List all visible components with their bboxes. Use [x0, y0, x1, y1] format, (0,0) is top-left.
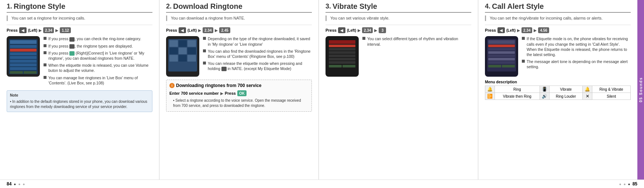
menu-icon-vibrate-ring: 📴	[485, 93, 495, 100]
dl-cell-7	[169, 55, 178, 62]
download-700-title: i Downloading ringtones from 700 service	[169, 83, 309, 88]
step-press-label-2: Press	[166, 28, 177, 32]
side-tab: 05 Sounds	[637, 0, 644, 180]
bullet-sq-1-2	[44, 51, 47, 54]
step-btn-menu-1[interactable]: 2.34	[43, 27, 54, 33]
dot-2: ●	[18, 182, 20, 186]
content-area-2: Depending on the type of the ringtone do…	[166, 36, 312, 77]
footer: 84 ● ● ● ● ● ● 85	[0, 180, 644, 188]
bullet-4-0: If the Etiquette mode is on, the phone v…	[522, 36, 631, 57]
bullet-3-0: You can select different types of rhythm…	[362, 36, 471, 46]
enter-line: Enter 700 service number ▶ Press OK	[169, 90, 309, 96]
dot-6: ●	[628, 182, 630, 186]
page-num-left: 84	[7, 181, 11, 187]
screen-btn-1a	[10, 71, 23, 74]
step-btn-sub-3[interactable]: 3	[379, 27, 386, 33]
bullet-sq-2-2	[203, 62, 206, 65]
phone-screenshot-1	[7, 36, 40, 77]
section-header-4: 4. Call Alert Style	[485, 0, 631, 13]
v-line-3	[329, 51, 355, 54]
dl-cell-9	[187, 55, 196, 62]
col-download-ringtone: 2. Download Ringtone You can download a …	[159, 0, 319, 180]
screen-line-1c	[10, 52, 37, 55]
call-line-5	[488, 58, 515, 60]
bullet-2-1: You can also find the downloaded rington…	[203, 49, 312, 59]
note-text-1: • In addition to the default ringtones s…	[10, 100, 147, 109]
page-num-right: 85	[633, 181, 637, 187]
content-area-3: You can select different types of rhythm…	[326, 36, 471, 77]
info-icon: i	[169, 83, 175, 88]
bullet-1-4: You can manage live ringtones in 'Live B…	[44, 75, 152, 86]
section-header-3: 3. Vibrate Style	[326, 0, 471, 13]
call-title	[488, 40, 515, 44]
menu-label-ring-vibrate: Ring & Vibrate	[592, 86, 631, 93]
call-bottom	[488, 65, 515, 67]
menu-icon-silent: ✕	[583, 93, 592, 100]
step-btn-nav-4[interactable]: ◀	[497, 27, 505, 33]
bullet-sq-2-1	[203, 49, 206, 52]
bullet-sq-1-3	[44, 63, 47, 66]
section-number-4: 4.	[485, 3, 490, 10]
phone-screen-3	[328, 39, 357, 74]
silent-icon: ✕	[586, 94, 589, 99]
press-btn[interactable]: OK	[237, 90, 247, 96]
menu-table: 🔔 Ring 📳 Vibrate 🔔 Ring & Vibrate 📴 Vibr…	[485, 86, 631, 100]
step-arrow-1a: ▶	[39, 28, 42, 32]
bullets-3: You can select different types of rhythm…	[362, 36, 471, 77]
step-left-label-4: (Left)	[506, 28, 516, 32]
section-number-3: 3.	[326, 3, 331, 10]
screen-header-1	[10, 40, 37, 44]
menu-description: Menu description 🔔 Ring 📳 Vibrate 🔔 Ring…	[485, 80, 631, 100]
step-arrow-2b: ▶	[215, 28, 218, 32]
bullet-1-3: When the etiquette mode is released, you…	[44, 63, 152, 73]
bullet-4-1: The message alert tone is depending on t…	[522, 59, 631, 69]
vibrate-bottom	[329, 65, 355, 67]
v-line-5	[329, 58, 355, 60]
step-btn-menu-3[interactable]: 2.34	[362, 27, 373, 33]
step-btn-nav-3[interactable]: ◀	[338, 27, 345, 33]
step-press-label-1: Press	[7, 28, 18, 32]
step-btn-menu-2[interactable]: 2.34	[203, 27, 213, 33]
dot-1: ●	[14, 182, 16, 186]
step-arrow-4a: ▶	[517, 28, 520, 32]
note-box-1: Note • In addition to the default ringto…	[7, 90, 152, 112]
step-btn-nav-1[interactable]: ◀	[19, 27, 27, 33]
step-arrow-3a: ▶	[358, 28, 361, 32]
content-area-1: If you press , you can check the ring-to…	[7, 36, 152, 87]
call-line-3	[488, 51, 515, 54]
menu-icon-ring-louder: 🔊	[540, 93, 549, 100]
section-title-1: Ringtone Style	[14, 2, 65, 11]
bullet-2-2: You can release the etiquette mode when …	[203, 61, 312, 71]
step-btn-sub-1[interactable]: 1.12	[60, 27, 70, 33]
call-line-6	[488, 61, 515, 64]
phone-screen-2	[168, 39, 197, 72]
phone-screenshot-4	[485, 36, 518, 77]
bullets-2: Depending on the type of the ringtone do…	[203, 36, 312, 77]
bullet-1-0: If you press , you can check the ring-to…	[44, 36, 152, 41]
vibrate-icon: 📳	[542, 87, 547, 92]
step-btn-menu-4[interactable]: 2.34	[521, 27, 532, 33]
bullet-sq-1-0	[44, 37, 47, 40]
dot-3: ●	[23, 182, 25, 186]
bullet-sq-1-1	[44, 44, 47, 47]
side-tab-text: 05 Sounds	[639, 77, 643, 102]
dl-cell-4	[169, 48, 178, 54]
v-line-4	[329, 55, 355, 57]
step-btn-sub-2[interactable]: 2.45	[219, 27, 230, 33]
step-btn-nav-2[interactable]: ◀	[179, 27, 186, 33]
download-700-section: i Downloading ringtones from 700 service…	[166, 80, 312, 112]
enter-arrow: ▶	[220, 91, 223, 95]
dl-cell-5	[179, 48, 187, 54]
section-number-2: 2.	[166, 3, 172, 10]
step-btn-sub-4[interactable]: 4.56	[538, 27, 549, 33]
menu-label-silent: Silent	[592, 93, 631, 100]
step-left-label-2: (Left)	[187, 28, 197, 32]
call-btn-1	[488, 65, 501, 67]
step-line-3: Press ◀ (Left) ▶ 2.34 ▶ 3	[326, 27, 471, 33]
step-left-label-3: (Left)	[347, 28, 356, 32]
screen-line-1e	[10, 60, 37, 63]
screen-line-1d	[10, 56, 37, 59]
ring-louder-icon: 🔊	[542, 94, 547, 99]
section-subtitle-1: You can set a ringtone for incoming call…	[7, 15, 152, 21]
vibrate-ring-icon: 📴	[487, 94, 493, 99]
